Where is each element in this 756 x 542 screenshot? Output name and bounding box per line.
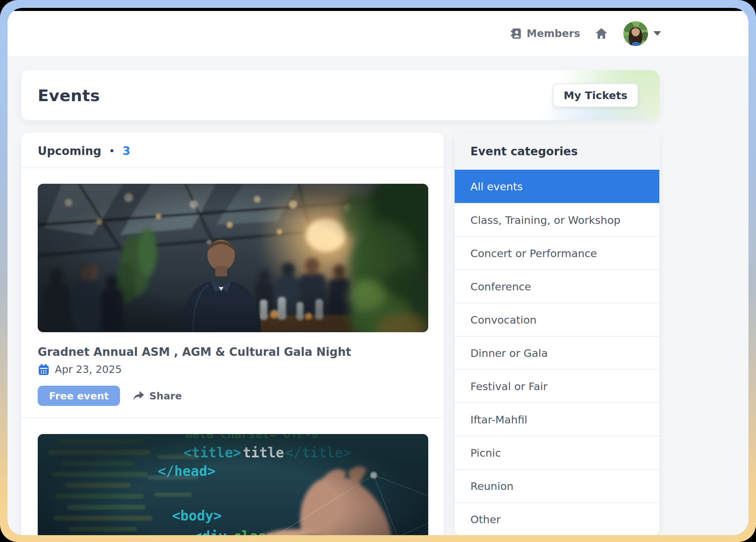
category-all-events[interactable]: All events <box>455 170 659 203</box>
upcoming-title: Upcoming <box>38 144 101 158</box>
events-header-card: Events My Tickets <box>21 70 659 120</box>
avatar[interactable] <box>623 21 648 46</box>
home-icon[interactable] <box>595 27 608 40</box>
event-actions: Free event Share <box>38 386 427 406</box>
code-scene: meta charset= UTF-8 <title> title </titl… <box>38 434 428 535</box>
event-image-gala[interactable] <box>38 184 428 332</box>
avatar-photo <box>623 21 648 46</box>
event-date-row: Apr 23, 2025 <box>38 363 427 375</box>
address-book-icon <box>510 27 523 40</box>
category-class-training-or-workshop[interactable]: Class, Training, or Workshop <box>455 203 659 236</box>
upcoming-header: Upcoming • 3 <box>21 133 444 167</box>
upcoming-events-card: Upcoming • 3 <box>21 133 444 535</box>
category-picnic[interactable]: Picnic <box>455 436 659 469</box>
members-link[interactable]: Members <box>510 27 580 40</box>
app-bar: Members <box>8 11 748 56</box>
share-icon <box>132 390 145 401</box>
page-title: Events <box>38 86 100 105</box>
app-window: Members Events My Ti <box>8 8 748 535</box>
event-categories-card: Event categories All events Class, Train… <box>455 133 659 535</box>
event-image-code[interactable]: meta charset= UTF-8 <title> title </titl… <box>38 434 428 535</box>
calendar-icon <box>38 364 49 375</box>
upcoming-count: 3 <box>122 144 130 158</box>
category-dinner-or-gala[interactable]: Dinner or Gala <box>455 336 659 369</box>
categories-title: Event categories <box>455 133 659 170</box>
category-other[interactable]: Other <box>455 502 659 535</box>
members-label: Members <box>527 27 580 39</box>
event-date: Apr 23, 2025 <box>55 363 122 375</box>
share-button[interactable]: Share <box>132 390 182 402</box>
category-conference[interactable]: Conference <box>455 269 659 303</box>
category-festival-or-fair[interactable]: Festival or Fair <box>455 369 659 402</box>
free-event-badge: Free event <box>38 386 120 406</box>
upcoming-dot: • <box>109 145 115 157</box>
category-convocation[interactable]: Convocation <box>455 303 659 336</box>
gala-scene <box>38 184 428 332</box>
category-concert-or-performance[interactable]: Concert or Performance <box>455 236 659 269</box>
event-title[interactable]: Gradnet Annual ASM , AGM & Cultural Gala… <box>38 345 427 359</box>
window-top-strip <box>8 8 748 11</box>
category-iftar-mahfil[interactable]: Iftar-Mahfil <box>455 402 659 436</box>
share-label: Share <box>149 390 182 402</box>
divider <box>21 418 444 418</box>
chevron-down-icon[interactable] <box>653 31 661 36</box>
event-item: Gradnet Annual ASM , AGM & Cultural Gala… <box>21 168 444 406</box>
category-reunion[interactable]: Reunion <box>455 469 659 502</box>
my-tickets-button[interactable]: My Tickets <box>553 83 638 107</box>
